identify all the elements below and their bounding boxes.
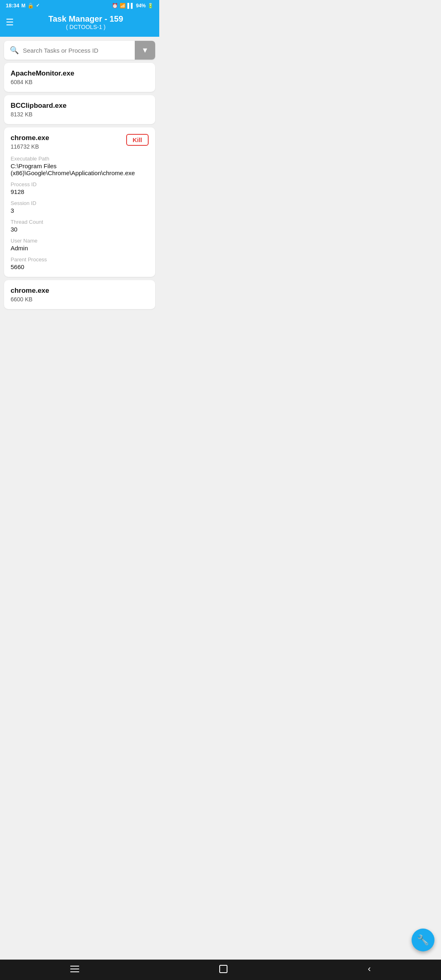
task-memory: 6084 KB — [11, 79, 149, 85]
process-id-label: Process ID — [11, 181, 149, 187]
menu-button[interactable]: ☰ — [6, 18, 14, 27]
status-bar: 18:34 M 🔒 ✓ ⏰ 📶 ▌▌ 94% 🔋 — [0, 0, 159, 11]
session-id-group: Session ID 3 — [11, 200, 149, 214]
time-display: 18:34 — [6, 2, 19, 9]
task-details: Executable Path C:\Program Files (x86)\G… — [11, 156, 149, 270]
app-header: ☰ Task Manager - 159 ( DCTOOLS-1 ) — [0, 11, 159, 37]
battery-icon: 🔋 — [147, 3, 154, 9]
signal-bars-icon: ▌▌ — [127, 3, 134, 9]
parent-process-group: Parent Process 5660 — [11, 256, 149, 270]
task-card[interactable]: ApacheMonitor.exe 6084 KB — [4, 63, 155, 92]
user-name-label: User Name — [11, 238, 149, 244]
task-card[interactable]: chrome.exe 6600 KB — [4, 280, 155, 309]
task-memory: 6600 KB — [11, 296, 149, 303]
executable-path-value: C:\Program Files (x86)\Google\Chrome\App… — [11, 163, 149, 176]
status-left: 18:34 M 🔒 ✓ — [6, 2, 40, 9]
user-name-value: Admin — [11, 245, 149, 252]
filter-icon: ▼ — [141, 46, 149, 55]
thread-count-label: Thread Count — [11, 219, 149, 225]
search-input-wrapper: 🔍 — [4, 41, 135, 60]
executable-path-label: Executable Path — [11, 156, 149, 162]
signal-icon: M — [21, 3, 25, 9]
search-icon: 🔍 — [10, 46, 19, 55]
session-id-value: 3 — [11, 207, 149, 214]
search-bar: 🔍 ▼ — [4, 41, 155, 60]
task-memory: 8132 KB — [11, 111, 149, 118]
session-id-label: Session ID — [11, 200, 149, 206]
task-name: ApacheMonitor.exe — [11, 69, 149, 78]
parent-process-value: 5660 — [11, 263, 149, 270]
user-name-group: User Name Admin — [11, 238, 149, 252]
battery-display: 94% — [136, 3, 146, 9]
thread-count-group: Thread Count 30 — [11, 219, 149, 233]
wifi-icon: 📶 — [120, 3, 126, 9]
filter-button[interactable]: ▼ — [135, 41, 155, 60]
task-card-expanded[interactable]: chrome.exe 116732 KB Kill Executable Pat… — [4, 127, 155, 277]
task-name: chrome.exe — [11, 287, 149, 295]
main-content: 🔍 ▼ ApacheMonitor.exe 6084 KB BCClipboar… — [0, 37, 159, 346]
process-id-value: 9128 — [11, 188, 149, 195]
parent-process-label: Parent Process — [11, 256, 149, 263]
task-card[interactable]: BCClipboard.exe 8132 KB — [4, 95, 155, 124]
alarm-icon: ⏰ — [112, 3, 118, 9]
process-id-group: Process ID 9128 — [11, 181, 149, 195]
check-icon: ✓ — [36, 3, 40, 8]
search-input[interactable] — [23, 47, 129, 54]
thread-count-value: 30 — [11, 226, 149, 233]
header-title-block: Task Manager - 159 ( DCTOOLS-1 ) — [18, 14, 154, 30]
lock-icon: 🔒 — [27, 2, 34, 9]
task-name: BCClipboard.exe — [11, 102, 149, 110]
kill-button[interactable]: Kill — [126, 134, 149, 146]
app-subtitle: ( DCTOOLS-1 ) — [18, 24, 154, 30]
app-title: Task Manager - 159 — [18, 14, 154, 24]
executable-path-group: Executable Path C:\Program Files (x86)\G… — [11, 156, 149, 176]
status-right: ⏰ 📶 ▌▌ 94% 🔋 — [112, 3, 154, 9]
